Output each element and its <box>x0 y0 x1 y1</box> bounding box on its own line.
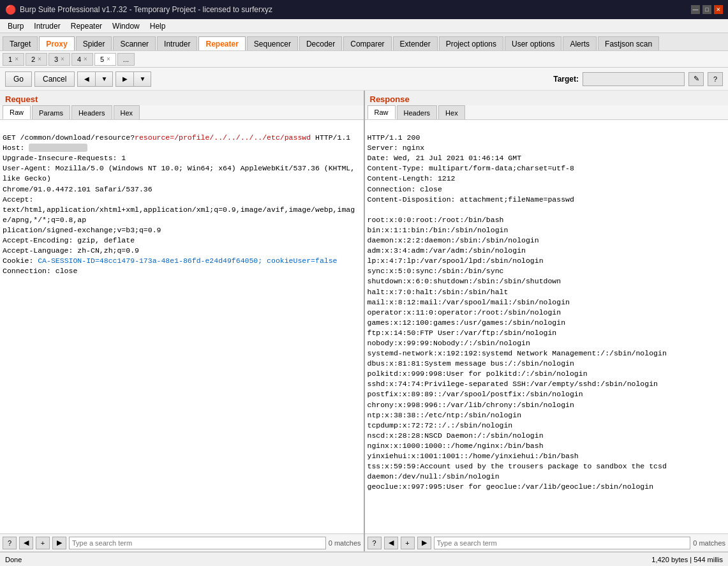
subtab-3-close[interactable]: × <box>61 56 64 63</box>
target-help-button[interactable]: ? <box>708 72 723 86</box>
titlebar-title: Burp Suite Professional v1.7.32 - Tempor… <box>20 5 272 14</box>
go-button[interactable]: Go <box>5 71 32 87</box>
minimize-button[interactable]: — <box>691 5 700 14</box>
response-content[interactable]: HTTP/1.1 200 Server: nginx Date: Wed, 21… <box>365 120 729 533</box>
request-line: GET /common/download/resource?resource=/… <box>3 133 350 142</box>
maximize-button[interactable]: □ <box>702 5 711 14</box>
tab-user-options[interactable]: User options <box>505 36 561 50</box>
resp-halt: halt:x:7:0:halt:/sbin:/sbin/halt <box>368 288 509 296</box>
request-tab-headers[interactable]: Headers <box>71 105 112 119</box>
subtab-1-close[interactable]: × <box>15 56 19 63</box>
request-content[interactable]: GET /common/download/resource?resource=/… <box>0 120 364 533</box>
subtab-4[interactable]: 4 × <box>71 53 93 66</box>
response-search-next-plus[interactable]: + <box>401 537 415 549</box>
tab-sequencer[interactable]: Sequencer <box>247 36 298 50</box>
back-nav-group: ◀ ▼ <box>77 71 113 87</box>
titlebar-controls: — □ ✕ <box>691 5 723 14</box>
request-tab-hex[interactable]: Hex <box>114 105 140 119</box>
request-accept-val: text/html,application/xhtml+xml,applicat… <box>3 205 355 224</box>
response-search-input[interactable] <box>434 537 691 549</box>
tab-proxy[interactable]: Proxy <box>39 36 74 50</box>
resp-tss: tss:x:59:59:Account used by the trousers… <box>368 462 667 470</box>
tab-comparer[interactable]: Comparer <box>343 36 391 50</box>
menu-help[interactable]: Help <box>145 20 171 32</box>
titlebar: 🔴 Burp Suite Professional v1.7.32 - Temp… <box>0 0 728 19</box>
subtab-4-close[interactable]: × <box>84 56 87 63</box>
resp-daemon: daemon:x:2:2:daemon:/sbin:/sbin/nologin <box>368 236 539 244</box>
main-content: Request Raw Params Headers Hex GET /comm… <box>0 91 728 552</box>
tab-intruder[interactable]: Intruder <box>157 36 197 50</box>
back-dropdown-button[interactable]: ▼ <box>95 71 113 87</box>
resp-ntp: ntp:x:38:38::/etc/ntp:/sbin/nologin <box>368 411 522 419</box>
resp-bin: bin:x:1:1:bin:/bin:/sbin/nologin <box>368 226 509 234</box>
request-search-input[interactable] <box>69 537 326 549</box>
subtab-2-close[interactable]: × <box>38 56 41 63</box>
subtab-3[interactable]: 3 × <box>48 53 70 66</box>
request-cookie: Cookie: CA-SESSION-ID=48cc1479-173a-48e1… <box>3 257 338 265</box>
response-search-bar: ? ◀ + ▶ 0 matches <box>365 533 729 551</box>
resp-content-length: Content-Length: 1212 <box>368 174 456 182</box>
request-language: Accept-Language: zh-CN,zh;q=0.9 <box>3 246 139 255</box>
request-search-bar: ? ◀ + ▶ 0 matches <box>0 533 364 551</box>
request-tab-raw[interactable]: Raw <box>3 105 31 119</box>
request-tab-params[interactable]: Params <box>32 105 70 119</box>
tab-scanner[interactable]: Scanner <box>113 36 156 50</box>
back-button[interactable]: ◀ <box>77 71 95 87</box>
response-search-prev[interactable]: ◀ <box>384 537 398 549</box>
titlebar-left: 🔴 Burp Suite Professional v1.7.32 - Temp… <box>5 4 272 15</box>
request-search-next-plus[interactable]: + <box>36 537 50 549</box>
request-tabs: Raw Params Headers Hex <box>0 105 364 120</box>
resp-systemd-network: systemd-network:x:192:192:systemd Networ… <box>368 349 667 357</box>
tab-repeater[interactable]: Repeater <box>198 36 245 50</box>
request-search-next[interactable]: ▶ <box>52 537 66 549</box>
menubar: Burp Intruder Repeater Window Help <box>0 19 728 33</box>
subtab-5[interactable]: 5 × <box>94 53 116 66</box>
resp-postfix: postfix:x:89:89::/var/spool/postfix:/sbi… <box>368 390 583 398</box>
request-search-help[interactable]: ? <box>3 537 17 549</box>
target-label: Target: <box>553 75 579 84</box>
request-host: Host: <box>3 144 87 152</box>
subtab-2[interactable]: 2 × <box>26 53 47 66</box>
forward-button[interactable]: ▶ <box>115 71 133 87</box>
target-area: Target: ✎ ? <box>553 72 723 86</box>
resp-mail: mail:x:8:12:mail:/var/spool/mail:/sbin/n… <box>368 298 570 306</box>
request-accept-label: Accept: <box>3 195 33 204</box>
status-right: 1,420 bytes | 544 millis <box>651 556 723 563</box>
main-tabbar: Target Proxy Spider Scanner Intruder Rep… <box>0 33 728 51</box>
forward-dropdown-button[interactable]: ▼ <box>133 71 151 87</box>
resp-polkitd: polkitd:x:999:998:User for polkitd:/:/sb… <box>368 369 588 378</box>
response-search-next[interactable]: ▶ <box>417 537 431 549</box>
menu-window[interactable]: Window <box>107 20 145 32</box>
request-search-prev[interactable]: ◀ <box>19 537 33 549</box>
tab-project-options[interactable]: Project options <box>439 36 503 50</box>
resp-geoclue: geoclue:x:997:995:User for geoclue:/var/… <box>368 482 654 491</box>
response-search-help[interactable]: ? <box>368 537 382 549</box>
tab-extender[interactable]: Extender <box>393 36 438 50</box>
subtab-more[interactable]: ... <box>117 53 135 66</box>
response-tab-headers[interactable]: Headers <box>397 105 438 119</box>
request-panel: Request Raw Params Headers Hex GET /comm… <box>0 91 365 551</box>
resp-disposition: Content-Disposition: attachment;fileName… <box>368 195 574 204</box>
menu-burp[interactable]: Burp <box>3 20 29 32</box>
target-input[interactable] <box>583 72 685 86</box>
toolbar: Go Cancel ◀ ▼ ▶ ▼ Target: ✎ ? <box>0 68 728 91</box>
target-edit-button[interactable]: ✎ <box>688 72 704 86</box>
menu-repeater[interactable]: Repeater <box>66 20 107 32</box>
subtab-5-close[interactable]: × <box>107 56 110 63</box>
tab-fastjson-scan[interactable]: Fastjson scan <box>598 36 659 50</box>
resp-yinxiehui: yinxiehui:x:1001:1001::/home/yinxiehui:/… <box>368 452 579 460</box>
tab-decoder[interactable]: Decoder <box>299 36 342 50</box>
resp-server: Server: nginx <box>368 144 425 152</box>
request-header: Request <box>0 91 364 105</box>
tab-spider[interactable]: Spider <box>76 36 112 50</box>
response-tab-raw[interactable]: Raw <box>368 105 396 119</box>
resp-shutdown: shutdown:x:6:0:shutdown:/sbin:/sbin/shut… <box>368 277 561 285</box>
response-tab-hex[interactable]: Hex <box>438 105 465 119</box>
close-button[interactable]: ✕ <box>714 5 723 14</box>
subtab-1[interactable]: 1 × <box>3 53 24 66</box>
cancel-button[interactable]: Cancel <box>34 71 75 87</box>
tab-alerts[interactable]: Alerts <box>563 36 597 50</box>
menu-intruder[interactable]: Intruder <box>29 20 65 32</box>
resp-ftp: ftp:x:14:50:FTP User:/var/ftp:/sbin/nolo… <box>368 329 557 337</box>
tab-target[interactable]: Target <box>3 36 38 50</box>
